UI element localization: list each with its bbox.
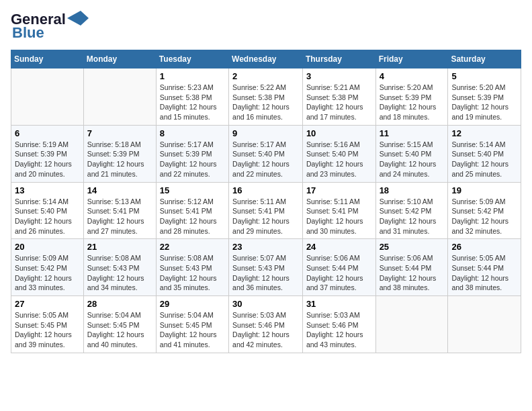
calendar-week-row: 13Sunrise: 5:14 AMSunset: 5:40 PMDayligh…: [11, 182, 521, 239]
day-info: Sunrise: 5:18 AMSunset: 5:39 PMDaylight:…: [87, 140, 152, 179]
calendar-cell: 24Sunrise: 5:06 AMSunset: 5:44 PMDayligh…: [302, 239, 375, 296]
day-info: Sunrise: 5:14 AMSunset: 5:40 PMDaylight:…: [451, 140, 517, 179]
day-number: 30: [232, 299, 299, 309]
day-info: Sunrise: 5:14 AMSunset: 5:40 PMDaylight:…: [15, 197, 80, 236]
calendar-table: SundayMondayTuesdayWednesdayThursdayFrid…: [11, 50, 521, 353]
day-number: 11: [380, 128, 445, 138]
day-info: Sunrise: 5:04 AMSunset: 5:45 PMDaylight:…: [87, 310, 152, 350]
calendar-cell: 27Sunrise: 5:05 AMSunset: 5:45 PMDayligh…: [11, 296, 84, 353]
day-number: 29: [160, 299, 225, 309]
day-number: 23: [232, 242, 299, 252]
day-info: Sunrise: 5:22 AMSunset: 5:38 PMDaylight:…: [232, 83, 299, 122]
calendar-cell: 12Sunrise: 5:14 AMSunset: 5:40 PMDayligh…: [448, 125, 521, 182]
day-number: 20: [15, 242, 80, 252]
day-number: 21: [87, 242, 152, 252]
day-number: 13: [15, 185, 80, 195]
weekday-header-saturday: Saturday: [448, 50, 521, 68]
day-number: 28: [87, 299, 152, 309]
weekday-header-tuesday: Tuesday: [156, 50, 228, 68]
day-number: 3: [306, 71, 372, 81]
calendar-cell: 13Sunrise: 5:14 AMSunset: 5:40 PMDayligh…: [11, 182, 84, 239]
day-info: Sunrise: 5:08 AMSunset: 5:43 PMDaylight:…: [87, 253, 152, 293]
calendar-cell: 28Sunrise: 5:04 AMSunset: 5:45 PMDayligh…: [83, 296, 156, 353]
day-number: 22: [160, 242, 225, 252]
calendar-cell: 15Sunrise: 5:12 AMSunset: 5:41 PMDayligh…: [156, 182, 228, 239]
day-number: 25: [380, 242, 445, 252]
day-info: Sunrise: 5:17 AMSunset: 5:39 PMDaylight:…: [160, 140, 225, 179]
day-info: Sunrise: 5:08 AMSunset: 5:43 PMDaylight:…: [160, 253, 225, 293]
calendar-week-row: 6Sunrise: 5:19 AMSunset: 5:39 PMDaylight…: [11, 125, 521, 182]
day-info: Sunrise: 5:21 AMSunset: 5:38 PMDaylight:…: [306, 83, 372, 122]
day-info: Sunrise: 5:12 AMSunset: 5:41 PMDaylight:…: [160, 197, 225, 236]
calendar-cell: 9Sunrise: 5:17 AMSunset: 5:40 PMDaylight…: [229, 125, 303, 182]
day-number: 31: [306, 299, 372, 309]
calendar-cell: 29Sunrise: 5:04 AMSunset: 5:45 PMDayligh…: [156, 296, 228, 353]
day-number: 14: [87, 185, 152, 195]
day-info: Sunrise: 5:06 AMSunset: 5:44 PMDaylight:…: [380, 253, 445, 293]
calendar-header-row: SundayMondayTuesdayWednesdayThursdayFrid…: [11, 50, 521, 68]
day-number: 1: [160, 71, 225, 81]
weekday-header-sunday: Sunday: [11, 50, 84, 68]
calendar-cell: 1Sunrise: 5:23 AMSunset: 5:38 PMDaylight…: [156, 68, 228, 126]
day-info: Sunrise: 5:15 AMSunset: 5:40 PMDaylight:…: [380, 140, 445, 179]
day-info: Sunrise: 5:13 AMSunset: 5:41 PMDaylight:…: [87, 197, 152, 236]
day-info: Sunrise: 5:10 AMSunset: 5:42 PMDaylight:…: [380, 197, 445, 236]
calendar-cell: 26Sunrise: 5:05 AMSunset: 5:44 PMDayligh…: [448, 239, 521, 296]
calendar-cell: 23Sunrise: 5:07 AMSunset: 5:43 PMDayligh…: [229, 239, 303, 296]
calendar-cell: [448, 296, 521, 353]
day-info: Sunrise: 5:04 AMSunset: 5:45 PMDaylight:…: [160, 310, 225, 350]
calendar-week-row: 20Sunrise: 5:09 AMSunset: 5:42 PMDayligh…: [11, 239, 521, 296]
calendar-cell: 30Sunrise: 5:03 AMSunset: 5:46 PMDayligh…: [229, 296, 303, 353]
day-number: 27: [15, 299, 80, 309]
calendar-cell: 25Sunrise: 5:06 AMSunset: 5:44 PMDayligh…: [375, 239, 448, 296]
day-info: Sunrise: 5:17 AMSunset: 5:40 PMDaylight:…: [232, 140, 299, 179]
calendar-cell: 18Sunrise: 5:10 AMSunset: 5:42 PMDayligh…: [375, 182, 448, 239]
day-info: Sunrise: 5:03 AMSunset: 5:46 PMDaylight:…: [306, 310, 372, 350]
calendar-cell: 5Sunrise: 5:20 AMSunset: 5:39 PMDaylight…: [448, 68, 521, 126]
day-number: 24: [306, 242, 372, 252]
calendar-cell: 7Sunrise: 5:18 AMSunset: 5:39 PMDaylight…: [83, 125, 156, 182]
calendar-cell: 16Sunrise: 5:11 AMSunset: 5:41 PMDayligh…: [229, 182, 303, 239]
calendar-cell: 2Sunrise: 5:22 AMSunset: 5:38 PMDaylight…: [229, 68, 303, 126]
calendar-cell: 11Sunrise: 5:15 AMSunset: 5:40 PMDayligh…: [375, 125, 448, 182]
calendar-week-row: 1Sunrise: 5:23 AMSunset: 5:38 PMDaylight…: [11, 68, 521, 126]
svg-marker-0: [67, 11, 89, 26]
day-info: Sunrise: 5:09 AMSunset: 5:42 PMDaylight:…: [451, 197, 517, 236]
day-info: Sunrise: 5:20 AMSunset: 5:39 PMDaylight:…: [380, 83, 445, 122]
day-info: Sunrise: 5:07 AMSunset: 5:43 PMDaylight:…: [232, 253, 299, 293]
day-number: 6: [15, 128, 80, 138]
page-header: General Blue: [11, 11, 521, 42]
calendar-cell: 19Sunrise: 5:09 AMSunset: 5:42 PMDayligh…: [448, 182, 521, 239]
day-number: 12: [451, 128, 517, 138]
calendar-cell: 20Sunrise: 5:09 AMSunset: 5:42 PMDayligh…: [11, 239, 84, 296]
calendar-cell: 10Sunrise: 5:16 AMSunset: 5:40 PMDayligh…: [302, 125, 375, 182]
weekday-header-friday: Friday: [375, 50, 448, 68]
calendar-week-row: 27Sunrise: 5:05 AMSunset: 5:45 PMDayligh…: [11, 296, 521, 353]
calendar-cell: 31Sunrise: 5:03 AMSunset: 5:46 PMDayligh…: [302, 296, 375, 353]
weekday-header-wednesday: Wednesday: [229, 50, 303, 68]
day-number: 18: [380, 185, 445, 195]
logo: General Blue: [11, 11, 89, 42]
day-number: 16: [232, 185, 299, 195]
day-info: Sunrise: 5:11 AMSunset: 5:41 PMDaylight:…: [306, 197, 372, 236]
day-info: Sunrise: 5:19 AMSunset: 5:39 PMDaylight:…: [15, 140, 80, 179]
calendar-cell: [11, 68, 84, 126]
calendar-body: 1Sunrise: 5:23 AMSunset: 5:38 PMDaylight…: [11, 68, 521, 353]
day-number: 19: [451, 185, 517, 195]
day-number: 26: [451, 242, 517, 252]
logo-blue: Blue: [12, 24, 44, 42]
calendar-cell: 6Sunrise: 5:19 AMSunset: 5:39 PMDaylight…: [11, 125, 84, 182]
calendar-cell: 8Sunrise: 5:17 AMSunset: 5:39 PMDaylight…: [156, 125, 228, 182]
logo-bird-icon: [67, 11, 89, 26]
day-info: Sunrise: 5:20 AMSunset: 5:39 PMDaylight:…: [451, 83, 517, 122]
day-info: Sunrise: 5:09 AMSunset: 5:42 PMDaylight:…: [15, 253, 80, 293]
day-info: Sunrise: 5:06 AMSunset: 5:44 PMDaylight:…: [306, 253, 372, 293]
day-info: Sunrise: 5:23 AMSunset: 5:38 PMDaylight:…: [160, 83, 225, 122]
day-number: 5: [451, 71, 517, 81]
day-info: Sunrise: 5:11 AMSunset: 5:41 PMDaylight:…: [232, 197, 299, 236]
calendar-cell: 14Sunrise: 5:13 AMSunset: 5:41 PMDayligh…: [83, 182, 156, 239]
day-number: 10: [306, 128, 372, 138]
day-number: 2: [232, 71, 299, 81]
day-info: Sunrise: 5:05 AMSunset: 5:44 PMDaylight:…: [451, 253, 517, 293]
calendar-cell: [375, 296, 448, 353]
